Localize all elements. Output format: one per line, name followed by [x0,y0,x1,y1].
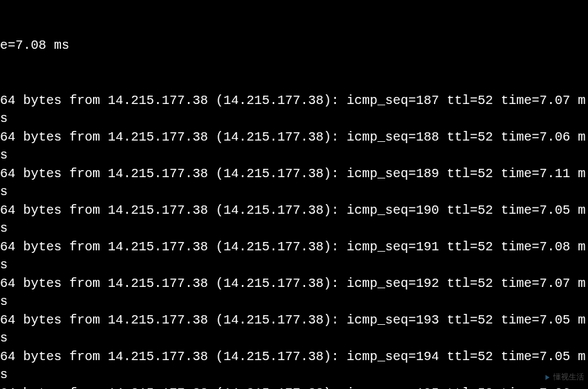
ping-reply-line: 64 bytes from 14.215.177.38 (14.215.177.… [0,275,588,311]
ping-reply-line: 64 bytes from 14.215.177.38 (14.215.177.… [0,238,588,275]
watermark-text: 懂视生活 [553,372,584,383]
ping-reply-line: 64 bytes from 14.215.177.38 (14.215.177.… [0,385,588,390]
ping-reply-line: 64 bytes from 14.215.177.38 (14.215.177.… [0,128,588,165]
ping-reply-line: 64 bytes from 14.215.177.38 (14.215.177.… [0,165,588,202]
ping-reply-line: 64 bytes from 14.215.177.38 (14.215.177.… [0,311,588,348]
ping-line-partial: e=7.08 ms [0,37,588,55]
ping-reply-line: 64 bytes from 14.215.177.38 (14.215.177.… [0,202,588,238]
terminal-output[interactable]: e=7.08 ms 64 bytes from 14.215.177.38 (1… [0,0,588,389]
ping-reply-line: 64 bytes from 14.215.177.38 (14.215.177.… [0,348,588,385]
watermark: 懂视生活 [542,372,584,383]
ping-reply-line: 64 bytes from 14.215.177.38 (14.215.177.… [0,92,588,128]
play-icon [542,373,551,382]
